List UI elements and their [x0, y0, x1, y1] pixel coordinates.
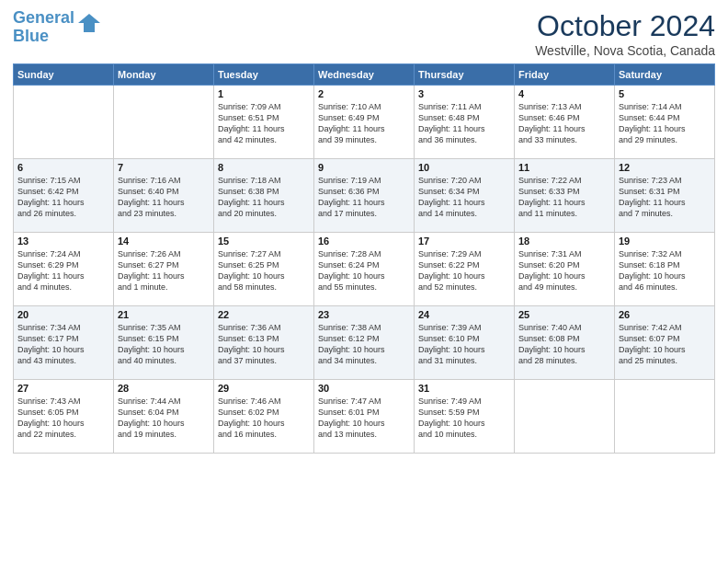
day-number: 10	[418, 162, 510, 173]
day-info: Sunrise: 7:49 AM Sunset: 5:59 PM Dayligh…	[418, 396, 510, 441]
day-number: 31	[418, 383, 510, 394]
calendar-day-header: Tuesday	[214, 64, 314, 86]
day-info: Sunrise: 7:09 AM Sunset: 6:51 PM Dayligh…	[218, 101, 310, 146]
day-info: Sunrise: 7:19 AM Sunset: 6:36 PM Dayligh…	[318, 175, 410, 220]
calendar-cell: 31Sunrise: 7:49 AM Sunset: 5:59 PM Dayli…	[415, 380, 515, 454]
day-number: 13	[17, 236, 109, 247]
day-number: 5	[619, 88, 711, 99]
calendar-cell: 20Sunrise: 7:34 AM Sunset: 6:17 PM Dayli…	[14, 306, 114, 380]
day-info: Sunrise: 7:44 AM Sunset: 6:04 PM Dayligh…	[118, 396, 210, 441]
day-number: 3	[418, 88, 510, 99]
calendar-cell: 30Sunrise: 7:47 AM Sunset: 6:01 PM Dayli…	[314, 380, 415, 454]
calendar-cell	[114, 86, 214, 159]
calendar-cell: 22Sunrise: 7:36 AM Sunset: 6:13 PM Dayli…	[214, 306, 314, 380]
calendar-cell	[14, 86, 114, 159]
day-info: Sunrise: 7:42 AM Sunset: 6:07 PM Dayligh…	[619, 322, 711, 367]
day-info: Sunrise: 7:34 AM Sunset: 6:17 PM Dayligh…	[17, 322, 109, 367]
day-number: 8	[218, 162, 310, 173]
day-number: 9	[318, 162, 410, 173]
calendar-cell: 14Sunrise: 7:26 AM Sunset: 6:27 PM Dayli…	[114, 233, 214, 306]
calendar-cell: 23Sunrise: 7:38 AM Sunset: 6:12 PM Dayli…	[314, 306, 415, 380]
day-info: Sunrise: 7:11 AM Sunset: 6:48 PM Dayligh…	[418, 101, 510, 146]
day-info: Sunrise: 7:36 AM Sunset: 6:13 PM Dayligh…	[218, 322, 310, 367]
month-title: October 2024	[535, 9, 715, 43]
day-number: 28	[118, 383, 210, 394]
calendar-cell: 16Sunrise: 7:28 AM Sunset: 6:24 PM Dayli…	[314, 233, 415, 306]
calendar-day-header: Friday	[515, 64, 615, 86]
day-info: Sunrise: 7:14 AM Sunset: 6:44 PM Dayligh…	[619, 101, 711, 146]
calendar-cell: 3Sunrise: 7:11 AM Sunset: 6:48 PM Daylig…	[415, 86, 515, 159]
calendar-cell: 26Sunrise: 7:42 AM Sunset: 6:07 PM Dayli…	[615, 306, 715, 380]
day-number: 15	[218, 236, 310, 247]
calendar-cell: 18Sunrise: 7:31 AM Sunset: 6:20 PM Dayli…	[515, 233, 615, 306]
day-number: 6	[17, 162, 109, 173]
calendar-cell: 19Sunrise: 7:32 AM Sunset: 6:18 PM Dayli…	[615, 233, 715, 306]
day-info: Sunrise: 7:39 AM Sunset: 6:10 PM Dayligh…	[418, 322, 510, 367]
day-info: Sunrise: 7:27 AM Sunset: 6:25 PM Dayligh…	[218, 248, 310, 293]
day-info: Sunrise: 7:28 AM Sunset: 6:24 PM Dayligh…	[318, 248, 410, 293]
day-number: 19	[619, 236, 711, 247]
day-info: Sunrise: 7:35 AM Sunset: 6:15 PM Dayligh…	[118, 322, 210, 367]
title-block: October 2024 Westville, Nova Scotia, Can…	[535, 9, 715, 58]
calendar-cell: 6Sunrise: 7:15 AM Sunset: 6:42 PM Daylig…	[14, 159, 114, 233]
day-number: 30	[318, 383, 410, 394]
location: Westville, Nova Scotia, Canada	[535, 43, 715, 58]
day-number: 1	[218, 88, 310, 99]
day-info: Sunrise: 7:47 AM Sunset: 6:01 PM Dayligh…	[318, 396, 410, 441]
day-number: 11	[518, 162, 610, 173]
calendar-cell	[515, 380, 615, 454]
calendar-week-row: 1Sunrise: 7:09 AM Sunset: 6:51 PM Daylig…	[14, 86, 715, 159]
calendar-cell: 24Sunrise: 7:39 AM Sunset: 6:10 PM Dayli…	[415, 306, 515, 380]
calendar-cell: 9Sunrise: 7:19 AM Sunset: 6:36 PM Daylig…	[314, 159, 415, 233]
calendar-cell: 28Sunrise: 7:44 AM Sunset: 6:04 PM Dayli…	[114, 380, 214, 454]
day-number: 29	[218, 383, 310, 394]
day-info: Sunrise: 7:24 AM Sunset: 6:29 PM Dayligh…	[17, 248, 109, 293]
calendar-week-row: 20Sunrise: 7:34 AM Sunset: 6:17 PM Dayli…	[14, 306, 715, 380]
calendar-cell: 4Sunrise: 7:13 AM Sunset: 6:46 PM Daylig…	[515, 86, 615, 159]
calendar-day-header: Monday	[114, 64, 214, 86]
day-info: Sunrise: 7:16 AM Sunset: 6:40 PM Dayligh…	[118, 175, 210, 220]
calendar-cell: 7Sunrise: 7:16 AM Sunset: 6:40 PM Daylig…	[114, 159, 214, 233]
calendar-week-row: 27Sunrise: 7:43 AM Sunset: 6:05 PM Dayli…	[14, 380, 715, 454]
calendar-day-header: Saturday	[615, 64, 715, 86]
day-info: Sunrise: 7:32 AM Sunset: 6:18 PM Dayligh…	[619, 248, 711, 293]
day-info: Sunrise: 7:18 AM Sunset: 6:38 PM Dayligh…	[218, 175, 310, 220]
day-info: Sunrise: 7:29 AM Sunset: 6:22 PM Dayligh…	[418, 248, 510, 293]
calendar-cell: 12Sunrise: 7:23 AM Sunset: 6:31 PM Dayli…	[615, 159, 715, 233]
day-number: 23	[318, 309, 410, 320]
calendar-week-row: 13Sunrise: 7:24 AM Sunset: 6:29 PM Dayli…	[14, 233, 715, 306]
day-info: Sunrise: 7:43 AM Sunset: 6:05 PM Dayligh…	[17, 396, 109, 441]
day-info: Sunrise: 7:10 AM Sunset: 6:49 PM Dayligh…	[318, 101, 410, 146]
day-number: 17	[418, 236, 510, 247]
svg-marker-0	[78, 14, 100, 32]
calendar-week-row: 6Sunrise: 7:15 AM Sunset: 6:42 PM Daylig…	[14, 159, 715, 233]
calendar-cell	[615, 380, 715, 454]
header: GeneralBlue October 2024 Westville, Nova…	[13, 9, 715, 58]
calendar-table: SundayMondayTuesdayWednesdayThursdayFrid…	[13, 63, 715, 454]
day-number: 24	[418, 309, 510, 320]
calendar-cell: 1Sunrise: 7:09 AM Sunset: 6:51 PM Daylig…	[214, 86, 314, 159]
calendar-cell: 5Sunrise: 7:14 AM Sunset: 6:44 PM Daylig…	[615, 86, 715, 159]
day-info: Sunrise: 7:20 AM Sunset: 6:34 PM Dayligh…	[418, 175, 510, 220]
day-number: 14	[118, 236, 210, 247]
calendar-day-header: Thursday	[415, 64, 515, 86]
day-number: 20	[17, 309, 109, 320]
day-info: Sunrise: 7:40 AM Sunset: 6:08 PM Dayligh…	[518, 322, 610, 367]
day-number: 21	[118, 309, 210, 320]
day-info: Sunrise: 7:31 AM Sunset: 6:20 PM Dayligh…	[518, 248, 610, 293]
day-info: Sunrise: 7:23 AM Sunset: 6:31 PM Dayligh…	[619, 175, 711, 220]
logo: GeneralBlue	[13, 9, 102, 46]
calendar-day-header: Sunday	[14, 64, 114, 86]
calendar-cell: 13Sunrise: 7:24 AM Sunset: 6:29 PM Dayli…	[14, 233, 114, 306]
day-number: 27	[17, 383, 109, 394]
calendar-cell: 17Sunrise: 7:29 AM Sunset: 6:22 PM Dayli…	[415, 233, 515, 306]
day-number: 22	[218, 309, 310, 320]
day-info: Sunrise: 7:46 AM Sunset: 6:02 PM Dayligh…	[218, 396, 310, 441]
calendar-cell: 8Sunrise: 7:18 AM Sunset: 6:38 PM Daylig…	[214, 159, 314, 233]
day-number: 18	[518, 236, 610, 247]
calendar-cell: 27Sunrise: 7:43 AM Sunset: 6:05 PM Dayli…	[14, 380, 114, 454]
day-info: Sunrise: 7:22 AM Sunset: 6:33 PM Dayligh…	[518, 175, 610, 220]
logo-icon	[76, 10, 102, 36]
day-info: Sunrise: 7:15 AM Sunset: 6:42 PM Dayligh…	[17, 175, 109, 220]
day-number: 26	[619, 309, 711, 320]
